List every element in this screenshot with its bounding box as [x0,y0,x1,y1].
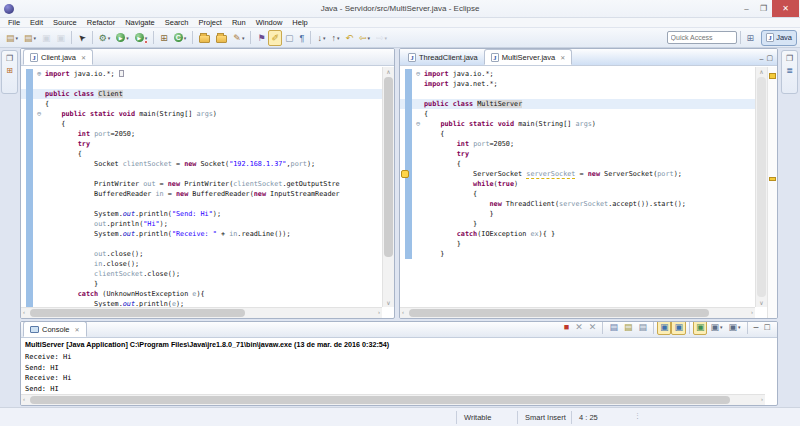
open-perspective-button[interactable]: ⊞ [744,30,758,46]
word-wrap-toggle[interactable]: ▤ [635,321,650,335]
menu-run[interactable]: Run [227,18,251,27]
outline-icon[interactable]: ≣ [786,66,793,75]
code-line: public class MultiServer [400,99,755,109]
close-tab-icon[interactable]: ✕ [81,54,86,61]
warning-gutter-icon[interactable] [401,170,409,178]
code-token: =2050; [111,130,136,138]
open-console-dropdown[interactable]: ▣▾ [726,321,744,335]
minimize-view-button[interactable]: – [751,321,762,335]
debug-dropdown[interactable]: ⚙▾ [96,30,114,46]
new-task-dropdown[interactable]: ✎▾ [230,30,247,46]
menu-refactor[interactable]: Refactor [82,18,120,27]
menu-project[interactable]: Project [194,18,227,27]
code-line [400,89,755,99]
close-tab-icon[interactable]: ✕ [75,326,80,333]
scrollbar-thumb[interactable] [30,396,730,404]
maximize-view-button[interactable]: □ [762,321,773,335]
code-line: ⊖import java.io.*; [400,69,755,79]
warning-summary-marker[interactable] [769,73,776,79]
code-line: public class Client [21,89,382,99]
fold-toggle-icon[interactable]: ⊖ [413,69,423,79]
close-tab-icon[interactable]: ✕ [560,54,565,61]
editor-right-tabs: JThreadClient.javaJMultiServer.java✕–▢ [400,49,777,66]
code-line: catch(IOException ex){ } [400,229,755,239]
selection-tool-button[interactable]: ➤ [75,30,89,46]
maximize-editor-button[interactable]: ▢ [766,54,773,62]
menu-window[interactable]: Window [251,18,288,27]
minimize-view-icon: – [754,322,759,332]
scrollbar-thumb[interactable] [30,309,245,317]
new-project-dropdown[interactable]: ▤▾ [21,30,39,46]
minimize-editor-button[interactable]: – [759,55,763,62]
restore-view-icon[interactable]: ❐ [6,54,13,63]
show-stderr-toggle[interactable]: ▣ [671,321,686,335]
last-edit-location-button[interactable]: ↶ [342,30,356,46]
remove-launch-button[interactable]: ✕ [572,321,586,335]
pin-console-toggle[interactable]: ▣ [693,321,708,335]
close-button[interactable]: ✕ [772,0,799,17]
menu-search[interactable]: Search [160,18,194,27]
forward-dropdown: ⇨▾ [373,30,390,46]
scrollbar-thumb[interactable] [757,77,766,297]
console-output[interactable]: Receive: HiSend: HIReceive: HiSend: HI [21,351,765,395]
horizontal-scrollbar[interactable]: ‹ › [21,307,382,318]
tab-multiserver-java[interactable]: JMultiServer.java✕ [484,49,572,65]
new-java-class-dropdown[interactable]: C▾ [171,30,190,46]
display-console-dropdown[interactable]: ▣▾ [707,321,725,335]
open-console-icon: ▣ [729,322,738,332]
vertical-scrollbar[interactable]: ∧ ∨ [382,67,394,307]
editor-right-text-area[interactable]: ⊖import java.io.*;import java.net.*;publ… [400,67,755,307]
code-line: BufferedReader in = new BufferedReader(n… [21,189,382,199]
new-wizard-dropdown[interactable]: ▤▾ [3,30,21,46]
new-java-project-button[interactable]: ⊞ [157,30,171,46]
tab-label: MultiServer.java [502,53,555,62]
show-selected-element-toggle[interactable]: ▢ [282,30,297,46]
fold-toggle-icon[interactable]: ⊕ [34,69,44,79]
open-resource-button[interactable] [213,30,230,46]
menu-navigate[interactable]: Navigate [120,18,160,27]
scrollbar-thumb[interactable] [384,77,393,257]
menu-help[interactable]: Help [287,18,312,27]
external-tools-dropdown[interactable]: ▶▾ [132,30,151,46]
vertical-scrollbar[interactable]: ∧ ∨ [755,67,767,307]
scrollbar-thumb[interactable] [409,309,709,317]
quick-access-input[interactable] [667,31,737,44]
java-perspective-button[interactable]: J Java [761,30,797,46]
minimize-button[interactable]: – [738,0,755,17]
menu-source[interactable]: Source [48,18,82,27]
code-token: new [184,160,196,168]
block-selection-icon: ⚑ [257,33,265,43]
fold-toggle-icon[interactable]: ⊖ [413,119,423,129]
editor-left-text-area[interactable]: ⊕import java.io.*; public class Client{⊖… [21,67,382,307]
clear-console-button[interactable]: ▤ [606,321,621,335]
menu-file[interactable]: File [3,18,25,27]
package-explorer-icon[interactable]: ⊞ [6,66,13,75]
previous-annotation-dropdown[interactable]: ↑▾ [328,30,342,46]
tab-threadclient-java[interactable]: JThreadClient.java [402,49,484,65]
tab-client-java[interactable]: JClient.java✕ [23,49,93,65]
next-annotation-dropdown[interactable]: ↓▾ [314,30,328,46]
code-token: ex [530,230,538,238]
warning-marker[interactable] [769,177,776,181]
horizontal-scrollbar[interactable]: ‹ › [21,394,765,405]
restore-view-icon[interactable]: ❐ [786,54,793,63]
chevron-down-icon: ▾ [323,35,326,41]
maximize-button[interactable]: ❐ [755,0,772,17]
code-token: port [657,170,673,178]
mark-occurrences-toggle[interactable]: ✐ [268,30,282,46]
remove-all-launches-button[interactable]: ✕ [586,321,600,335]
back-dropdown[interactable]: ⇦▾ [356,30,373,46]
show-stdout-toggle[interactable]: ▣ [657,321,672,335]
scroll-lock-toggle[interactable]: ▤ [621,321,636,335]
horizontal-scrollbar[interactable]: ‹ › [400,307,755,318]
tab-console[interactable]: Console✕ [23,321,87,337]
code-line: ⊕import java.io.*; [21,69,382,79]
block-selection-toggle[interactable]: ⚑ [254,30,268,46]
code-token [45,260,94,268]
terminate-button[interactable]: ■ [561,321,572,335]
open-element-button[interactable] [196,30,213,46]
menu-edit[interactable]: Edit [25,18,48,27]
show-whitespace-toggle[interactable]: ¶ [297,30,308,46]
run-dropdown[interactable]: ▶▾ [113,30,132,46]
fold-toggle-icon[interactable]: ⊖ [34,109,44,119]
